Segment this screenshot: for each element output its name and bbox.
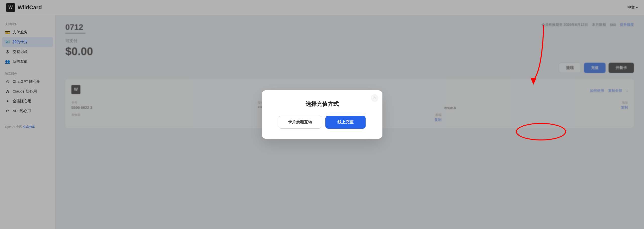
online-recharge-button[interactable]: 线上充值 <box>325 116 366 129</box>
modal-close-button[interactable]: × <box>371 94 378 102</box>
modal-overlay[interactable]: × 选择充值方式 卡片余额互转 线上充值 <box>0 0 644 229</box>
close-icon: × <box>373 96 376 100</box>
recharge-modal: × 选择充值方式 卡片余额互转 线上充值 <box>262 90 382 139</box>
modal-action-buttons: 卡片余额互转 线上充值 <box>274 116 370 129</box>
modal-title: 选择充值方式 <box>274 100 370 108</box>
transfer-button[interactable]: 卡片余额互转 <box>279 116 321 129</box>
